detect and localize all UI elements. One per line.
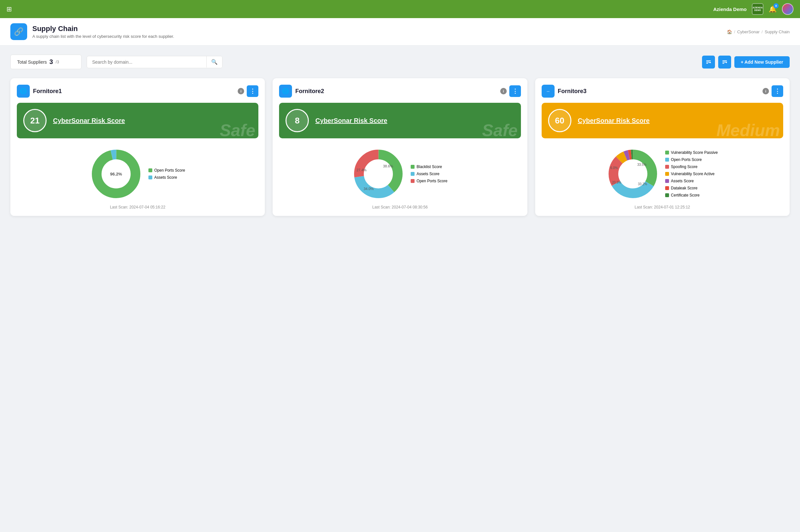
last-scan-1: Last Scan: 2024-07-04 08:30:56 [279,202,521,209]
legend-dot-2-3 [665,172,669,176]
card-header-right-2: i ⋮ [762,85,783,97]
total-count: 3 [50,58,53,65]
card-header-0: 🌐 Fornitore1 i ⋮ [17,85,258,98]
chart-area-1: 38.6% 34.0% 27.4% Blacklist Score Assets… [279,145,521,202]
svg-text:6.0%: 6.0% [610,166,618,170]
svg-text:33.2%: 33.2% [638,182,647,186]
total-max: /3 [56,59,59,64]
card-header-2: ··· Fornitore3 i ⋮ [542,85,783,98]
svg-text:27.4%: 27.4% [357,168,367,172]
breadcrumb-supply-chain: Supply Chain [765,30,790,34]
chart-area-2: 33.5% 33.2% 20.9% 6.0% Vulnerability Sco… [542,145,783,202]
legend-item-2-3: Vulnerability Score Active [665,172,718,176]
legend-item-1-1: Assets Score [411,172,447,176]
breadcrumb-home-icon: 🏠 [727,30,732,34]
main-content: Total Suppliers 3 /3 🔍 [0,45,800,225]
legend-item-0-0: Open Ports Score [148,168,185,173]
supplier-card-1: 🌐 Fornitore2 i ⋮ 8 CyberSonar Risk Score… [273,78,527,216]
legend-dot-2-2 [665,165,669,169]
supplier-icon-0: 🌐 [17,85,30,98]
svg-rect-4 [722,60,727,61]
navbar: ⊞ Azienda Demo AZIENDADEMO 🔔 0 [0,0,800,18]
risk-score-circle-2: 60 [548,109,571,132]
legend-2: Vulnerability Score Passive Open Ports S… [665,150,718,197]
svg-marker-7 [725,62,727,63]
supplier-icon-1: 🌐 [279,85,292,98]
legend-label-2-1: Open Ports Score [671,157,702,162]
legend-dot-1-1 [411,172,414,176]
legend-item-1-0: Blacklist Score [411,165,447,169]
page-subtitle: A supply chain list with the level of cy… [32,34,174,39]
svg-rect-1 [706,62,709,62]
legend-dot-1-2 [411,179,414,183]
svg-text:96.2%: 96.2% [110,172,122,176]
legend-label-2-4: Assets Score [671,179,694,183]
sort-icon-2 [722,59,728,65]
total-suppliers-label: Total Suppliers [17,59,47,65]
info-badge-2[interactable]: i [762,88,769,94]
breadcrumb-cybersonar[interactable]: CyberSonar [737,30,760,34]
card-header-right-0: i ⋮ [238,85,258,97]
card-header-left-1: 🌐 Fornitore2 [279,85,324,98]
supplier-card-2: ··· Fornitore3 i ⋮ 60 CyberSonar Risk Sc… [535,78,790,216]
card-header-left-2: ··· Fornitore3 [542,85,587,98]
chart-area-0: 96.2% Open Ports Score Assets Score [17,145,258,202]
legend-dot-2-4 [665,179,669,183]
risk-label-1: CyberSonar Risk Score [315,116,387,125]
legend-0: Open Ports Score Assets Score [148,168,185,180]
legend-label-2-5: Dataleak Score [671,186,697,190]
legend-item-2-5: Dataleak Score [665,186,718,190]
navbar-right: Azienda Demo AZIENDADEMO 🔔 0 [713,3,794,15]
donut-chart-1: 38.6% 34.0% 27.4% [352,148,404,200]
cards-grid: 🌐 Fornitore1 i ⋮ 21 CyberSonar Risk Scor… [10,78,790,216]
legend-item-2-2: Spoofing Score [665,165,718,169]
controls-right: + Add New Supplier [702,56,790,69]
sort-button-2[interactable] [718,56,731,69]
breadcrumb: 🏠 / CyberSonar / Supply Chain [727,30,790,34]
search-input[interactable] [87,56,206,68]
menu-button-2[interactable]: ⋮ [771,85,783,97]
sort-button-1[interactable] [702,56,715,69]
svg-marker-3 [709,61,711,63]
legend-label-2-3: Vulnerability Score Active [671,172,714,176]
last-scan-2: Last Scan: 2024-07-01 12:25:12 [542,202,783,209]
legend-dot-2-1 [665,158,669,162]
profile-avatar[interactable] [782,3,794,15]
legend-label-2-2: Spoofing Score [671,165,697,169]
search-button[interactable]: 🔍 [206,56,222,68]
legend-label-1-1: Assets Score [416,172,440,176]
legend-dot-1-0 [411,165,414,169]
legend-label-1-0: Blacklist Score [416,165,442,169]
card-header-right-1: i ⋮ [500,85,521,97]
supplier-card-0: 🌐 Fornitore1 i ⋮ 21 CyberSonar Risk Scor… [10,78,265,216]
supplier-name-2: Fornitore3 [558,88,587,95]
info-badge-1[interactable]: i [500,88,507,94]
svg-rect-6 [722,63,724,64]
risk-label-0: CyberSonar Risk Score [53,116,125,125]
risk-watermark-2: Medium [717,120,780,138]
legend-item-1-2: Open Ports Score [411,179,447,183]
card-header-1: 🌐 Fornitore2 i ⋮ [279,85,521,98]
sort-icon-1 [706,59,711,65]
legend-item-2-0: Vulnerability Score Passive [665,150,718,155]
svg-text:34.0%: 34.0% [364,187,374,191]
risk-banner-1: 8 CyberSonar Risk Score Safe [279,103,521,138]
page-header: 🔗 Supply Chain A supply chain list with … [0,18,800,45]
menu-button-0[interactable]: ⋮ [247,85,258,97]
risk-watermark-1: Safe [482,120,518,138]
risk-banner-0: 21 CyberSonar Risk Score Safe [17,103,258,138]
info-badge-0[interactable]: i [238,88,244,94]
notification-bell[interactable]: 🔔 0 [769,5,777,13]
controls-bar: Total Suppliers 3 /3 🔍 [10,55,790,69]
legend-label-0-0: Open Ports Score [154,168,185,173]
legend-label-2-6: Certificate Score [671,193,700,197]
navbar-left: ⊞ [6,5,12,13]
svg-text:20.9%: 20.9% [612,181,621,184]
svg-rect-0 [706,60,711,61]
search-box[interactable]: 🔍 [87,56,222,68]
add-supplier-button[interactable]: + Add New Supplier [734,56,790,68]
menu-button-1[interactable]: ⋮ [509,85,521,97]
page-title: Supply Chain [32,24,174,33]
legend-dot-2-0 [665,151,669,154]
risk-banner-2: 60 CyberSonar Risk Score Medium [542,103,783,138]
